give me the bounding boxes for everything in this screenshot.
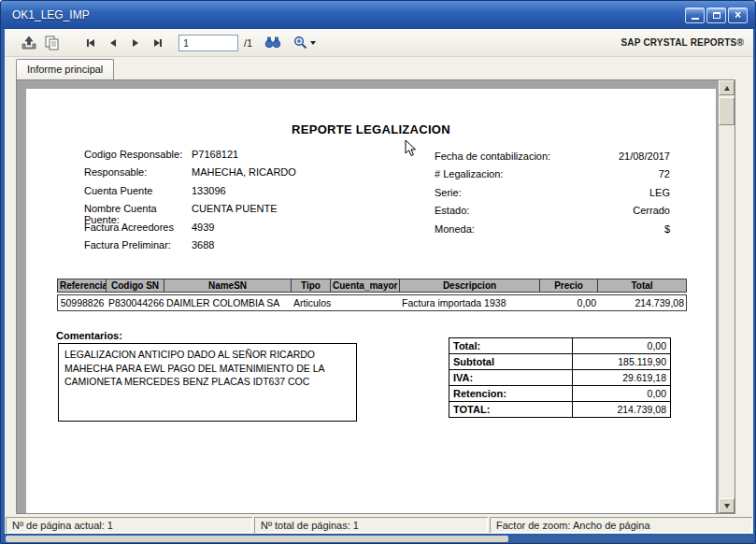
field-label: Cuenta Puente <box>84 185 192 203</box>
totals-label: IVA: <box>449 370 573 386</box>
next-page-button[interactable] <box>124 33 147 53</box>
report-page: REPORTE LEGALIZACION Codigo Responsable:… <box>26 89 716 514</box>
field-value: 72 <box>659 168 670 179</box>
items-table-body: 50998826P830044266DAIMLER COLOMBIA SAArt… <box>57 294 687 311</box>
toolbar: /1 SAP CRYSTAL REPOR <box>5 29 753 57</box>
field-row: Factura Preliminar:3688 <box>84 239 392 257</box>
field-value: 133096 <box>192 185 226 203</box>
field-value: 21/08/2017 <box>619 150 670 162</box>
field-value: LEG <box>649 187 670 198</box>
totals-row: IVA:29.619,18 <box>449 370 671 386</box>
field-value: P7168121 <box>192 149 238 166</box>
field-label: Responsable: <box>84 166 192 184</box>
totals-row: Total:0,00 <box>449 338 671 354</box>
scroll-up-button[interactable] <box>719 80 735 95</box>
totals-value: 185.119,90 <box>573 354 671 370</box>
totals-table-body: Total:0,00Subtotal185.119,90IVA:29.619,1… <box>449 338 671 418</box>
column-header: Total <box>598 279 686 292</box>
horizontal-scrollbar[interactable] <box>5 536 753 542</box>
table-cell: 0,00 <box>540 295 598 310</box>
export-button[interactable] <box>18 33 40 53</box>
field-row: Responsable:MAHECHA, RICARDO <box>84 166 392 184</box>
zoom-icon <box>293 36 307 50</box>
status-bar: Nº de página actual: 1 Nº total de págin… <box>5 515 753 534</box>
status-total-pages: Nº total de páginas: 1 <box>254 517 488 533</box>
find-button[interactable] <box>262 33 284 53</box>
column-header: Referencia <box>58 279 107 292</box>
first-page-button[interactable] <box>79 33 102 53</box>
comments-label: Comentarios: <box>56 330 122 341</box>
page-total-label: /1 <box>244 37 252 49</box>
close-button[interactable]: × <box>728 7 748 23</box>
totals-value: 214.739,08 <box>573 402 671 418</box>
zoom-button[interactable] <box>290 33 320 53</box>
totals-label: Subtotal <box>449 354 573 370</box>
field-row: Fecha de contabilizacion:21/08/2017 <box>435 150 670 168</box>
totals-label: TOTAL: <box>449 402 573 418</box>
status-current-page: Nº de página actual: 1 <box>6 517 252 533</box>
field-label: Nombre Cuenta Puente: <box>84 203 192 221</box>
field-row: Factura Acreedores4939 <box>84 222 392 239</box>
items-table-header: ReferenciaCodigo SNNameSNTipoCuenta_mayo… <box>57 279 687 293</box>
field-label: Moneda: <box>435 223 475 235</box>
totals-label: Total: <box>449 338 573 354</box>
left-fields: Codigo Responsable:P7168121Responsable:M… <box>84 149 392 257</box>
table-cell: Factura importada 1938 <box>400 295 540 310</box>
field-row: Cuenta Puente133096 <box>84 185 392 203</box>
zoom-dropdown-icon[interactable] <box>310 41 316 45</box>
next-page-icon <box>133 39 138 47</box>
field-row: # Legalizacion:72 <box>435 168 670 186</box>
field-row: Moneda:$ <box>435 223 670 241</box>
page-number-input[interactable] <box>178 35 238 51</box>
find-icon <box>264 36 281 49</box>
mouse-cursor <box>405 139 416 161</box>
report-viewer[interactable]: REPORTE LEGALIZACION Codigo Responsable:… <box>16 79 735 514</box>
vertical-scrollbar-thumb[interactable] <box>719 97 735 125</box>
table-cell: 50998826 <box>58 295 107 310</box>
field-row: Estado:Cerrado <box>435 205 670 222</box>
page-navigation <box>79 33 169 53</box>
last-page-button[interactable] <box>147 33 169 53</box>
sap-crystal-reports-logo: SAP CRYSTAL REPORTS® <box>620 37 744 48</box>
comments-box: LEGALIZACION ANTICIPO DADO AL SEÑOR RICA… <box>58 343 357 422</box>
scroll-up-icon <box>724 86 730 91</box>
title-bar[interactable]: OK1_LEG_IMP × <box>1 1 755 29</box>
tab-informe-principal[interactable]: Informe principal <box>16 59 114 79</box>
field-row: Codigo Responsable:P7168121 <box>84 149 392 166</box>
field-value: 3688 <box>192 239 214 257</box>
totals-row: Retencion:0,00 <box>449 386 671 402</box>
report-title: REPORTE LEGALIZACION <box>26 122 716 136</box>
table-cell: 214.739,08 <box>598 295 686 310</box>
table-cell <box>331 295 400 310</box>
field-row: Nombre Cuenta Puente:CUENTA PUENTE <box>84 203 392 221</box>
field-value: CUENTA PUENTE <box>192 203 277 221</box>
copy-icon <box>45 36 59 50</box>
scroll-down-button[interactable] <box>719 498 735 513</box>
window-title: OK1_LEG_IMP <box>12 8 90 21</box>
vertical-scrollbar[interactable] <box>719 80 735 513</box>
field-label: Codigo Responsable: <box>84 149 192 166</box>
column-header: Tipo <box>292 279 331 292</box>
totals-label: Retencion: <box>449 386 573 402</box>
totals-value: 29.619,18 <box>573 370 671 386</box>
maximize-button[interactable] <box>706 7 726 23</box>
column-header: NameSN <box>164 279 292 292</box>
field-value: 4939 <box>192 222 214 239</box>
close-icon: × <box>735 9 741 21</box>
minimize-icon <box>692 18 699 20</box>
scroll-down-icon <box>724 504 730 508</box>
field-value: MAHECHA, RICARDO <box>192 166 296 184</box>
table-cell: DAIMLER COLOMBIA SA <box>164 295 292 310</box>
column-header: Descripcion <box>400 279 540 292</box>
field-label: Factura Preliminar: <box>84 239 192 257</box>
copy-button[interactable] <box>40 33 63 53</box>
crystal-reports-window: OK1_LEG_IMP × <box>0 0 756 544</box>
horizontal-scrollbar-thumb[interactable] <box>6 536 508 542</box>
field-label: Fecha de contabilizacion: <box>435 150 550 162</box>
minimize-button[interactable] <box>685 7 705 23</box>
window-controls: × <box>685 7 748 23</box>
client-area: /1 SAP CRYSTAL REPOR <box>5 29 753 534</box>
previous-page-button[interactable] <box>102 33 124 53</box>
field-label: # Legalizacion: <box>435 168 503 179</box>
table-cell: Articulos <box>292 295 331 310</box>
